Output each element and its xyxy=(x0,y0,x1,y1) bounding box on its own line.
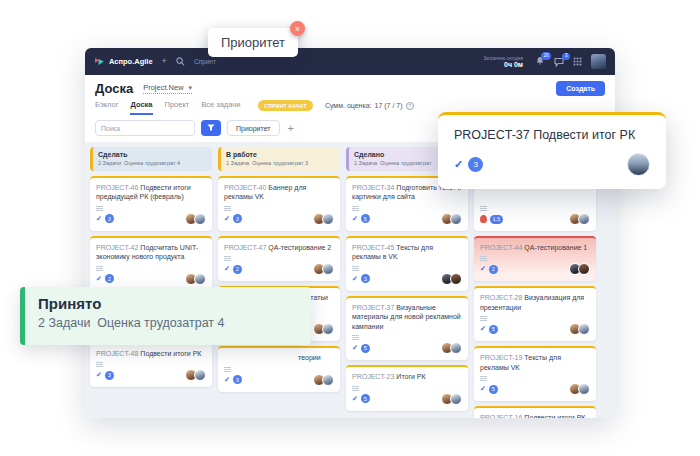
sprint-status-badge: СПРИНТ НАЧАТ xyxy=(258,100,313,111)
app-logo[interactable]: Аспро.Agile xyxy=(94,56,153,67)
check-icon: ✓ xyxy=(96,215,102,223)
description-icon xyxy=(352,335,359,336)
project-selector[interactable]: Project.New ▾ xyxy=(143,83,192,94)
task-card-project-40[interactable]: PROJECT-40 Баннер для рекламы VK✓3 xyxy=(218,176,340,231)
task-popup-footer: ✓ 3 xyxy=(454,153,650,176)
time-tracker-label: Затрачено сегодня xyxy=(484,56,523,61)
notifications-bell-icon[interactable]: 26 xyxy=(535,56,545,67)
accepted-title: Принято xyxy=(38,295,298,312)
card-id: PROJECT-42 xyxy=(96,244,140,251)
card-footer: ✓3 xyxy=(96,369,206,381)
task-card-project-23[interactable]: PROJECT-23 Итоги РК✓5 xyxy=(346,365,468,410)
avatar xyxy=(322,213,334,225)
messages-icon[interactable]: 3 xyxy=(554,57,564,67)
card-footer: ✓5 xyxy=(352,342,462,354)
card-avatars xyxy=(188,369,206,381)
tab-all-tasks[interactable]: Все задачи xyxy=(201,100,240,115)
description-icon xyxy=(352,386,359,387)
create-button[interactable]: Создать xyxy=(556,81,605,96)
card-footer: ✓5 xyxy=(352,393,462,405)
estimate-badge: 5 xyxy=(489,385,498,394)
estimate-badge: 2 xyxy=(489,265,498,274)
estimate-badge: 3 xyxy=(361,274,370,283)
logo-icon xyxy=(94,56,105,67)
info-icon[interactable]: ? xyxy=(406,102,414,110)
column-stats: 1 Задача Оценка трудозатрат 3 xyxy=(226,160,334,166)
card-title: PROJECT-44 QA-тестирование 1 xyxy=(480,243,590,252)
board-column-0: Сделать2 Задачи Оценка трудозатрат 4PROJ… xyxy=(90,147,212,418)
avatar xyxy=(322,374,334,386)
filter-button[interactable] xyxy=(201,120,221,136)
task-card-project-37[interactable]: PROJECT-37 Визуальные материалы для ново… xyxy=(346,296,468,360)
navbar-menu-item[interactable]: Спринт xyxy=(194,58,216,65)
card-title: PROJECT-47 QA-тестирование 2 xyxy=(224,243,334,252)
bell-badge: 26 xyxy=(541,52,551,60)
check-icon: ✓ xyxy=(352,344,358,352)
check-icon: ✓ xyxy=(352,215,358,223)
avatar xyxy=(322,263,334,275)
description-icon xyxy=(352,266,359,267)
estimate-badge: 5 xyxy=(361,214,370,223)
project-selector-value: Project.New xyxy=(143,83,183,92)
card-avatars xyxy=(572,383,590,395)
task-card-project-47[interactable]: PROJECT-47 QA-тестирование 2✓2 xyxy=(218,236,340,281)
estimate-badge: 2 xyxy=(233,265,242,274)
apps-grid-icon[interactable] xyxy=(573,57,582,66)
task-card[interactable]: теории✓3 xyxy=(218,346,340,391)
card-id: PROJECT-34 xyxy=(352,184,396,191)
card-title: PROJECT-37 Визуальные материалы для ново… xyxy=(352,303,462,331)
user-avatar[interactable] xyxy=(591,54,606,69)
task-card-project-48[interactable]: PROJECT-48 Подвести итоги РК✓3 xyxy=(90,342,212,387)
estimate-badge: 5 xyxy=(361,344,370,353)
task-card-project-44[interactable]: PROJECT-44 QA-тестирование 1✓2 xyxy=(474,236,596,281)
task-card-project-28[interactable]: PROJECT-28 Визуализация для презентации✓… xyxy=(474,286,596,341)
board-column-1: В работе1 Задача Оценка трудозатрат 3PRO… xyxy=(218,147,340,418)
card-id: PROJECT-45 xyxy=(352,244,396,251)
chevron-down-icon: ▾ xyxy=(189,84,193,92)
task-card-project-42[interactable]: PROJECT-42 Подсчитать UNIT-экономику нов… xyxy=(90,236,212,291)
avatar xyxy=(450,273,462,285)
tab-board[interactable]: Доска xyxy=(130,100,152,115)
card-avatars xyxy=(444,213,462,225)
card-title: PROJECT-46 Подвести итоги предыдущей РК … xyxy=(96,183,206,202)
card-avatars xyxy=(316,323,334,335)
column-name: Сделать xyxy=(98,151,206,158)
priority-filter-chip[interactable]: Приоритет xyxy=(227,120,280,136)
estimate-badge: 5 xyxy=(361,394,370,403)
card-id: PROJECT-44 xyxy=(480,244,524,251)
card-title: PROJECT-16 Подвести итоги РК xyxy=(480,413,590,418)
task-card-project-46[interactable]: PROJECT-46 Подвести итоги предыдущей РК … xyxy=(90,176,212,231)
card-id: PROJECT-19 xyxy=(480,354,524,361)
card-title: PROJECT-19 Тексты для рекламы VK xyxy=(480,353,590,372)
search-input[interactable] xyxy=(95,120,195,136)
column-header[interactable]: Сделать2 Задачи Оценка трудозатрат 4 xyxy=(90,147,212,171)
search-icon[interactable] xyxy=(176,57,185,66)
tab-backlog[interactable]: Бэклог xyxy=(95,100,118,115)
card-avatars xyxy=(572,323,590,335)
sprint-summary-label: Сумм. оценка: xyxy=(325,102,372,109)
page-title: Доска xyxy=(95,81,133,96)
tab-project[interactable]: Проект xyxy=(165,100,190,115)
card-text: QA-тестирование 2 xyxy=(268,244,331,251)
description-icon xyxy=(96,266,103,267)
avatar xyxy=(194,273,206,285)
task-popup[interactable]: PROJECT-37 Подвести итог РК ✓ 3 xyxy=(438,112,666,189)
priority-tooltip: Приоритет × xyxy=(208,28,298,57)
card-id: PROJECT-37 xyxy=(352,304,396,311)
card-avatars xyxy=(572,263,590,275)
avatar xyxy=(578,323,590,335)
avatar xyxy=(322,323,334,335)
add-filter-button[interactable]: + xyxy=(288,122,294,134)
task-card-project-45[interactable]: PROJECT-45 Тексты для рекламы в VK✓3 xyxy=(346,236,468,291)
add-icon[interactable]: + xyxy=(162,57,167,66)
task-card-project-16[interactable]: PROJECT-16 Подвести итоги РК xyxy=(474,406,596,418)
avatar xyxy=(450,393,462,405)
card-footer: ✓2 xyxy=(224,263,334,275)
close-icon[interactable]: × xyxy=(290,21,305,36)
card-text: QA-тестирование 1 xyxy=(524,244,587,251)
estimate-badge: 1.5 xyxy=(490,215,503,224)
task-card-project-19[interactable]: PROJECT-19 Тексты для рекламы VK✓5 xyxy=(474,346,596,401)
column-header[interactable]: В работе1 Задача Оценка трудозатрат 3 xyxy=(218,147,340,171)
time-tracker[interactable]: Затрачено сегодня 0ч 0м xyxy=(484,56,523,68)
card-title: PROJECT-42 Подсчитать UNIT-экономику нов… xyxy=(96,243,206,262)
